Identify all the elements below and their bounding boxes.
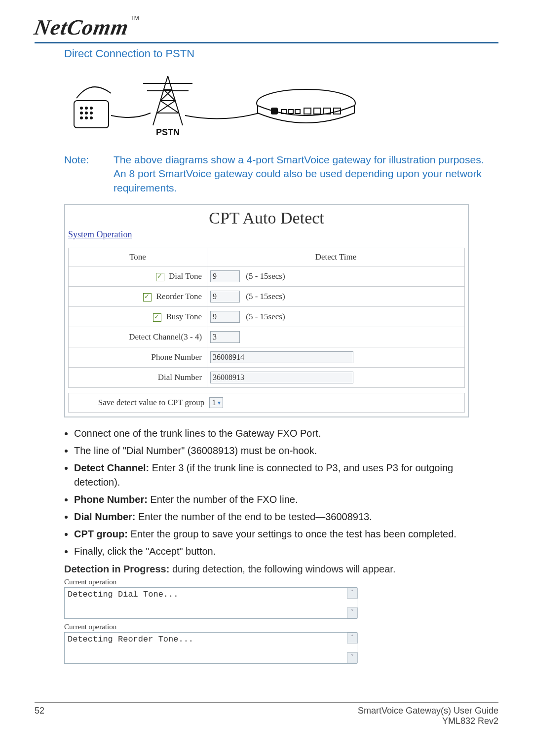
svg-rect-24: [288, 110, 293, 113]
svg-point-4: [80, 112, 82, 114]
detection-heading-bold: Detection in Progress:: [64, 564, 169, 574]
list-item: Dial Number: Enter the number of the end…: [74, 510, 469, 524]
page-number: 52: [35, 706, 44, 726]
dial-tone-input[interactable]: 9: [210, 270, 240, 282]
detection-heading-rest: during detection, the following windows …: [169, 564, 395, 574]
dial-tone-hint: (5 - 15secs): [246, 271, 285, 281]
busy-tone-checkbox[interactable]: [153, 313, 161, 322]
scroll-down-icon[interactable]: ˅: [347, 607, 358, 618]
list-item: CPT group: Enter the group to save your …: [74, 527, 469, 541]
reorder-tone-label: Reorder Tone: [156, 292, 202, 301]
operation-text-1: Detecting Dial Tone...: [68, 590, 178, 599]
dial-number-rest: Enter the number of the end to be tested…: [135, 511, 372, 522]
scroll-down-icon[interactable]: ˅: [347, 652, 358, 663]
cpt-group-value: 1: [212, 398, 216, 407]
busy-tone-hint: (5 - 15secs): [246, 312, 285, 321]
cpt-group-rest: Enter the group to save your settings to…: [128, 529, 457, 539]
instruction-list: Connect one of the trunk lines to the Ga…: [74, 426, 469, 559]
note-text: The above diagrams show a 4-port SmartVo…: [114, 153, 498, 195]
svg-rect-25: [295, 110, 300, 113]
footer-rev: YML832 Rev2: [358, 716, 498, 726]
list-item: Detect Channel: Enter 3 (if the trunk li…: [74, 461, 469, 490]
phone-number-rest: Enter the number of the FXO line.: [148, 494, 298, 505]
detect-channel-bold: Detect Channel:: [74, 462, 149, 473]
diagram-pstn-label: PSTN: [156, 127, 180, 137]
operation-box-1: Detecting Dial Tone... ˄ ˅: [64, 587, 357, 619]
list-item: Finally, click the "Accept" button.: [74, 544, 469, 559]
svg-point-6: [90, 112, 92, 114]
svg-rect-26: [304, 108, 311, 114]
dial-tone-label: Dial Tone: [169, 271, 202, 281]
svg-rect-22: [271, 108, 277, 114]
scrollbar[interactable]: ˄ ˅: [347, 588, 357, 618]
cpt-title: CPT Auto Detect: [65, 205, 468, 229]
list-item: Connect one of the trunk lines to the Ga…: [74, 426, 469, 441]
header-rule: [35, 42, 498, 43]
scrollbar[interactable]: ˄ ˅: [347, 633, 357, 663]
dial-number-bold: Dial Number:: [74, 511, 135, 522]
system-operation-link[interactable]: System Operation: [65, 229, 468, 243]
dial-number-input[interactable]: 36008913: [210, 372, 353, 383]
current-operation-label-2: Current operation: [64, 623, 469, 631]
save-row: Save detect value to CPT group 1 ▾: [68, 393, 465, 413]
phone-number-label: Phone Number: [152, 352, 202, 362]
th-detect-time: Detect Time: [207, 248, 465, 266]
note-label: Note:: [64, 153, 114, 195]
current-operation-label-1: Current operation: [64, 578, 469, 586]
svg-point-7: [80, 117, 82, 119]
scroll-up-icon[interactable]: ˄: [347, 588, 358, 599]
phone-number-bold: Phone Number:: [74, 494, 148, 505]
list-item: Phone Number: Enter the number of the FX…: [74, 492, 469, 507]
footer-guide: SmartVoice Gateway(s) User Guide: [358, 706, 498, 716]
page-footer: 52 SmartVoice Gateway(s) User Guide YML8…: [35, 702, 498, 726]
note-block: Note: The above diagrams show a 4-port S…: [64, 153, 498, 195]
detect-channel-input[interactable]: 3: [210, 331, 240, 343]
svg-point-9: [90, 117, 92, 119]
cpt-table: Tone Detect Time Dial Tone 9 (5 - 15secs…: [68, 248, 465, 388]
svg-point-1: [80, 107, 82, 109]
reorder-tone-checkbox[interactable]: [143, 293, 152, 302]
chevron-down-icon: ▾: [218, 399, 221, 407]
reorder-tone-hint: (5 - 15secs): [246, 292, 285, 301]
th-tone: Tone: [69, 248, 207, 266]
cpt-panel: CPT Auto Detect System Operation Tone De…: [64, 204, 469, 417]
detect-channel-label: Detect Channel(3 - 4): [129, 332, 202, 341]
cpt-group-dropdown[interactable]: 1 ▾: [209, 397, 223, 408]
header-logo: NetComm TM: [35, 15, 498, 40]
operation-text-2: Detecting Reorder Tone...: [68, 635, 193, 644]
list-item: The line of "Dial Number" (36008913) mus…: [74, 444, 469, 458]
phone-number-input[interactable]: 36008914: [210, 351, 353, 363]
dial-number-label: Dial Number: [158, 373, 202, 382]
scroll-up-icon[interactable]: ˄: [347, 633, 358, 643]
svg-point-5: [85, 112, 87, 114]
svg-point-2: [85, 107, 87, 109]
busy-tone-input[interactable]: 9: [210, 311, 240, 323]
section-title: Direct Connection to PSTN: [64, 47, 498, 60]
cpt-group-bold: CPT group:: [74, 529, 128, 539]
dial-tone-checkbox[interactable]: [156, 273, 164, 281]
svg-rect-27: [314, 108, 321, 114]
svg-point-8: [85, 117, 87, 119]
logo-text: NetComm: [33, 15, 131, 40]
save-label: Save detect value to CPT group: [73, 398, 207, 408]
svg-point-3: [90, 107, 92, 109]
logo-tm: TM: [130, 15, 139, 22]
connection-diagram: PSTN: [64, 66, 498, 147]
busy-tone-label: Busy Tone: [166, 312, 202, 321]
operation-box-2: Detecting Reorder Tone... ˄ ˅: [64, 632, 357, 664]
reorder-tone-input[interactable]: 9: [210, 291, 240, 302]
